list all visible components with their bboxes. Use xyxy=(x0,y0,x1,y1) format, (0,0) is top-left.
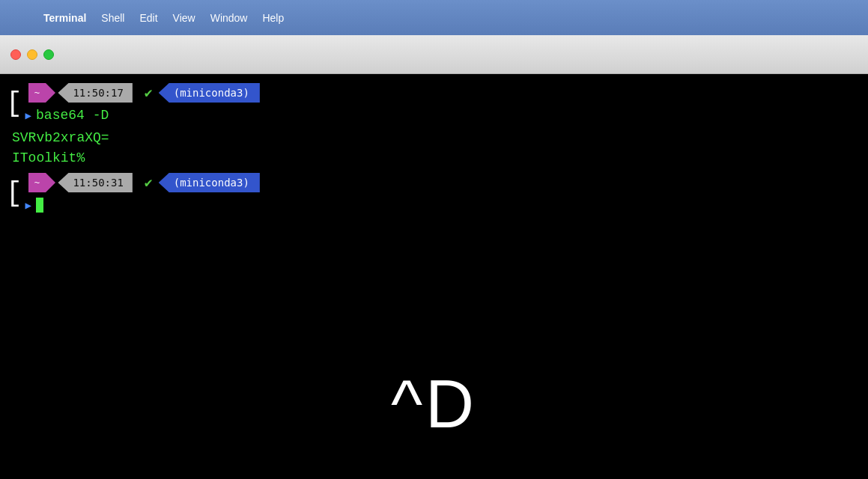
checkmark-1: ✔ xyxy=(145,85,153,101)
tilde-chevron-2 xyxy=(46,173,55,192)
prompt-block-1: [ ~ 11:50:17 ✔ (minico xyxy=(6,82,862,126)
conda-badge-2: (miniconda3) xyxy=(159,173,260,192)
cursor-block xyxy=(36,198,43,213)
maximize-button[interactable] xyxy=(43,49,54,60)
conda-chevron xyxy=(260,83,270,103)
menu-window[interactable]: Window xyxy=(203,0,255,35)
minimize-button[interactable] xyxy=(27,49,37,60)
cmd-arrow-2: ▶ xyxy=(25,199,31,212)
menu-shell[interactable]: Shell xyxy=(94,0,132,35)
menu-help[interactable]: Help xyxy=(255,0,291,35)
menu-bar: Terminal Shell Edit View Window Help xyxy=(0,0,868,35)
bracket-open-2: [ xyxy=(6,171,22,216)
tilde-badge-1: ~ xyxy=(28,83,46,103)
cursor-row: ▶ xyxy=(25,194,260,216)
close-button[interactable] xyxy=(10,49,21,60)
ctrl-d-overlay: ^D xyxy=(0,329,868,479)
ctrl-d-text: ^D xyxy=(391,366,477,443)
time-chevron-2 xyxy=(133,173,142,192)
time-badge-2: 11:50:31 xyxy=(58,173,132,192)
output-line-2: IToolkit% xyxy=(12,148,862,168)
tilde-badge-2: ~ xyxy=(28,173,46,192)
prompt-block-2: [ ~ 11:50:31 ✔ (miniconda3) xyxy=(6,171,862,216)
bracket-open-1: [ xyxy=(6,82,22,126)
checkmark-2: ✔ xyxy=(145,174,153,191)
menu-edit[interactable]: Edit xyxy=(132,0,165,35)
time-badge-1: 11:50:17 xyxy=(58,83,132,103)
time-chevron xyxy=(133,83,142,103)
prompt-row-1: ~ 11:50:17 ✔ (miniconda3) xyxy=(25,82,260,104)
output-line-1: SVRvb2xraXQ= xyxy=(12,128,862,148)
tilde-chevron xyxy=(46,83,55,103)
conda-chevron-2 xyxy=(260,173,270,192)
menu-view[interactable]: View xyxy=(166,0,203,35)
terminal-content: [ ~ 11:50:17 ✔ (minico xyxy=(0,74,868,479)
output-block: SVRvb2xraXQ= IToolkit% xyxy=(12,128,862,168)
conda-badge-1: (miniconda3) xyxy=(159,83,260,103)
cmd-arrow-1: ▶ xyxy=(25,109,31,122)
apple-menu[interactable] xyxy=(9,0,24,35)
title-bar xyxy=(0,35,868,74)
command-row-1: ▶ base64 -D xyxy=(25,104,260,126)
prompt-row-2: ~ 11:50:31 ✔ (miniconda3) xyxy=(25,171,260,194)
menu-terminal[interactable]: Terminal xyxy=(36,0,94,35)
command-text-1: base64 -D xyxy=(36,108,109,123)
